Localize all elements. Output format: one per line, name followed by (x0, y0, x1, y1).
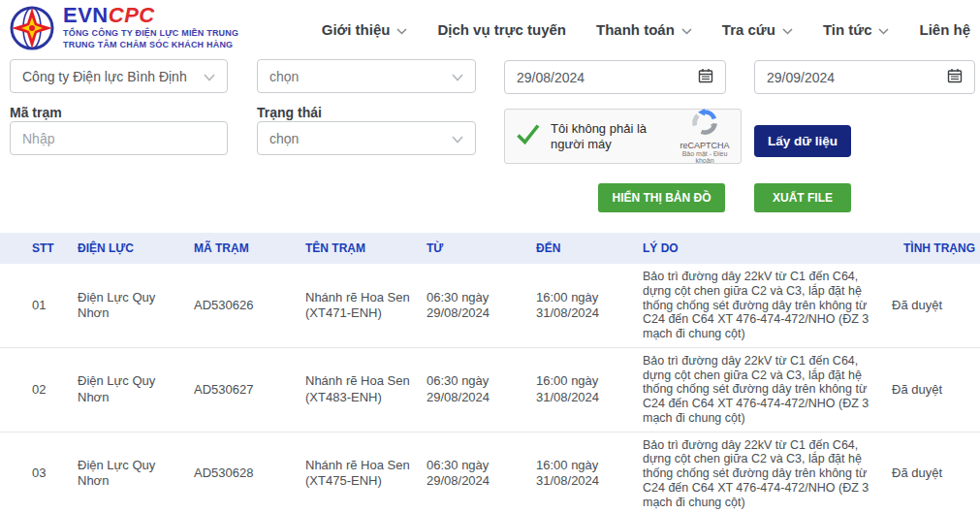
nav-label: Liên hệ (919, 21, 970, 38)
nav-label: Giới thiệu (322, 21, 391, 38)
recaptcha-brand-text: reCAPTCHA (677, 141, 733, 150)
recaptcha-logo-block: reCAPTCHA Bảo mật - Điều khoản (677, 109, 733, 164)
cell-tu: 06:30 ngày 29/08/2024 (427, 432, 536, 513)
checkmark-icon (515, 121, 541, 151)
cell-ly-do: Bảo trì đường dây 22kV từ C1 đến C64, dự… (643, 432, 892, 513)
cell-ma-tram: AD530626 (194, 264, 305, 347)
brand-name: EVNCPC (63, 4, 238, 27)
col-header-tinh-trang: TÌNH TRẠNG (892, 233, 980, 264)
col-header-dien-luc: ĐIỆN LỰC (78, 233, 194, 264)
nav-item-tra-cuu[interactable]: Tra cứu (722, 21, 793, 38)
station-code-label: Mã trạm (10, 105, 62, 120)
cell-tu: 06:30 ngày 29/08/2024 (427, 347, 536, 432)
cell-ly-do: Bảo trì đường dây 22kV từ C1 đến C64, dự… (643, 264, 892, 347)
calendar-icon[interactable] (947, 68, 963, 86)
chevron-down-icon (452, 69, 463, 84)
brand-evn: EVN (63, 3, 109, 27)
export-file-button[interactable]: XUẤT FILE (754, 183, 851, 212)
nav-item-lien-he[interactable]: Liên hệ (919, 21, 970, 38)
status-label: Trạng thái (257, 105, 322, 120)
cell-ma-tram: AD530628 (194, 432, 305, 513)
outage-schedule-table: STT ĐIỆN LỰC MÃ TRẠM TÊN TRẠM TỪ ĐẾN LÝ … (0, 233, 980, 513)
cell-stt: 01 (0, 264, 78, 347)
cell-stt: 02 (0, 347, 78, 432)
cell-dien-luc: Điện Lực Quy Nhơn (78, 347, 194, 432)
cell-stt: 03 (0, 432, 78, 513)
chevron-down-icon (681, 21, 692, 38)
date-from-value: 29/08/2024 (517, 70, 698, 85)
evncpc-logo[interactable]: EVNCPC TỔNG CÔNG TY ĐIỆN LỰC MIỀN TRUNG … (8, 4, 238, 56)
nav-label: Thanh toán (596, 21, 675, 38)
date-to-input[interactable]: 29/09/2024 (754, 60, 975, 94)
page: EVNCPC TỔNG CÔNG TY ĐIỆN LỰC MIỀN TRUNG … (0, 0, 980, 513)
calendar-icon[interactable] (698, 68, 713, 86)
station-code-input[interactable] (10, 121, 228, 155)
chevron-down-icon (396, 21, 407, 38)
chevron-down-icon (782, 21, 793, 38)
chevron-down-icon (452, 131, 463, 146)
cell-ten-tram: Nhánh rẽ Hoa Sen (XT471-ENH) (305, 264, 427, 347)
cell-den: 16:00 ngày 31/08/2024 (536, 347, 643, 432)
table-header-row: STT ĐIỆN LỰC MÃ TRẠM TÊN TRẠM TỪ ĐẾN LÝ … (0, 233, 980, 264)
cell-ly-do: Bảo trì đường dây 22kV từ C1 đến C64, dự… (643, 347, 892, 432)
table-row: 02 Điện Lực Quy Nhơn AD530627 Nhánh rẽ H… (0, 347, 980, 432)
date-to-value: 29/09/2024 (767, 70, 947, 85)
cell-ma-tram: AD530627 (194, 347, 305, 432)
main-nav: Giới thiệu Dịch vụ trực tuyến Thanh toán… (322, 0, 970, 58)
cell-dien-luc: Điện Lực Quy Nhơn (78, 264, 194, 347)
status-select-value: chọn (269, 131, 452, 146)
district-select-value: chọn (269, 69, 452, 84)
cell-den: 16:00 ngày 31/08/2024 (536, 264, 643, 347)
recaptcha-icon (691, 122, 718, 139)
nav-item-gioi-thieu[interactable]: Giới thiệu (322, 21, 408, 38)
col-header-den: ĐẾN (536, 233, 643, 264)
table-row: 01 Điện Lực Quy Nhơn AD530626 Nhánh rẽ H… (0, 264, 980, 347)
cell-ten-tram: Nhánh rẽ Hoa Sen (XT475-ENH) (305, 432, 427, 513)
logo-text: EVNCPC TỔNG CÔNG TY ĐIỆN LỰC MIỀN TRUNG … (63, 4, 238, 50)
brand-cpc: CPC (109, 3, 155, 27)
show-map-button[interactable]: HIỂN THỊ BẢN ĐỒ (598, 183, 725, 212)
chevron-down-icon (204, 69, 215, 84)
nav-item-dich-vu-truc-tuyen[interactable]: Dịch vụ trực tuyến (437, 21, 566, 38)
company-select[interactable]: Công ty Điện lực Bình Định (10, 59, 228, 93)
nav-label: Dịch vụ trực tuyến (437, 21, 566, 38)
recaptcha-terms-links[interactable]: Bảo mật - Điều khoản (677, 150, 733, 164)
cell-ten-tram: Nhánh rẽ Hoa Sen (XT483-ENH) (305, 347, 427, 432)
cell-dien-luc: Điện Lực Quy Nhơn (78, 432, 194, 513)
table-row: 03 Điện Lực Quy Nhơn AD530628 Nhánh rẽ H… (0, 432, 980, 513)
logo-subtitle-1: TỔNG CÔNG TY ĐIỆN LỰC MIỀN TRUNG (63, 27, 238, 39)
date-from-input[interactable]: 29/08/2024 (504, 60, 726, 94)
fetch-data-button[interactable]: Lấy dữ liệu (754, 125, 851, 157)
nav-label: Tra cứu (722, 21, 775, 38)
district-select[interactable]: chọn (257, 59, 476, 93)
recaptcha-label: Tôi không phải là người máy (551, 121, 675, 152)
col-header-ly-do: LÝ DO (643, 233, 892, 264)
nav-item-tin-tuc[interactable]: Tin tức (823, 21, 890, 38)
col-header-stt: STT (0, 233, 78, 264)
cell-tinh-trang: Đã duyệt (892, 264, 980, 347)
chevron-down-icon (878, 21, 889, 38)
logo-subtitle-2: TRUNG TÂM CHĂM SÓC KHÁCH HÀNG (63, 39, 238, 50)
evn-star-icon (8, 4, 56, 56)
cell-tu: 06:30 ngày 29/08/2024 (427, 264, 536, 347)
header: EVNCPC TỔNG CÔNG TY ĐIỆN LỰC MIỀN TRUNG … (0, 0, 980, 58)
cell-tinh-trang: Đã duyệt (892, 347, 980, 432)
cell-den: 16:00 ngày 31/08/2024 (536, 432, 643, 513)
nav-label: Tin tức (823, 21, 872, 38)
col-header-tu: TỪ (427, 233, 536, 264)
nav-item-thanh-toan[interactable]: Thanh toán (596, 21, 692, 38)
col-header-ma-tram: MÃ TRẠM (194, 233, 305, 264)
status-select[interactable]: chọn (257, 121, 476, 155)
recaptcha-widget[interactable]: Tôi không phải là người máy reCAPTCHA Bả… (504, 109, 742, 164)
col-header-ten-tram: TÊN TRẠM (305, 233, 427, 264)
company-select-value: Công ty Điện lực Bình Định (22, 69, 204, 84)
cell-tinh-trang: Đã duyệt (892, 432, 980, 513)
